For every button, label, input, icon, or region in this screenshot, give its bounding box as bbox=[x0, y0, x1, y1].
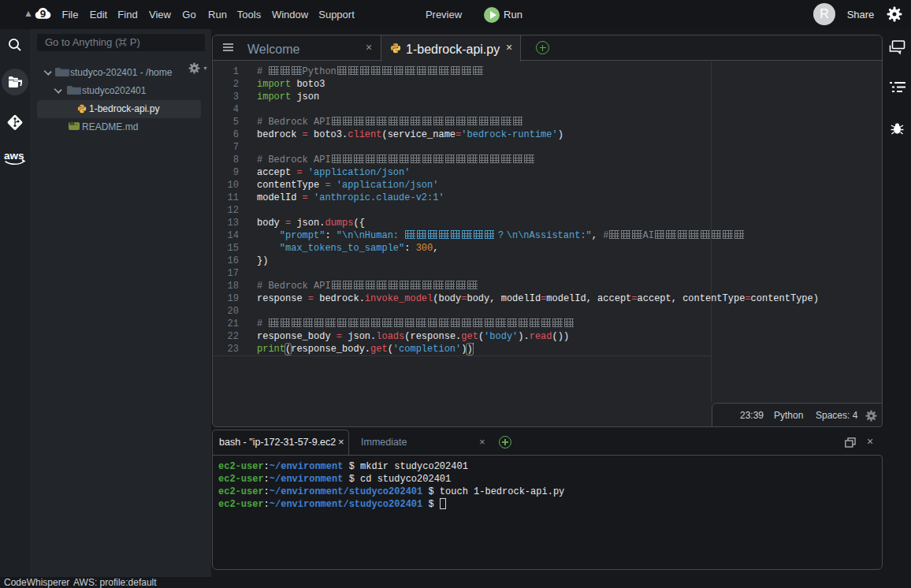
svg-text:9: 9 bbox=[40, 8, 46, 20]
svg-text:aws: aws bbox=[4, 150, 24, 162]
